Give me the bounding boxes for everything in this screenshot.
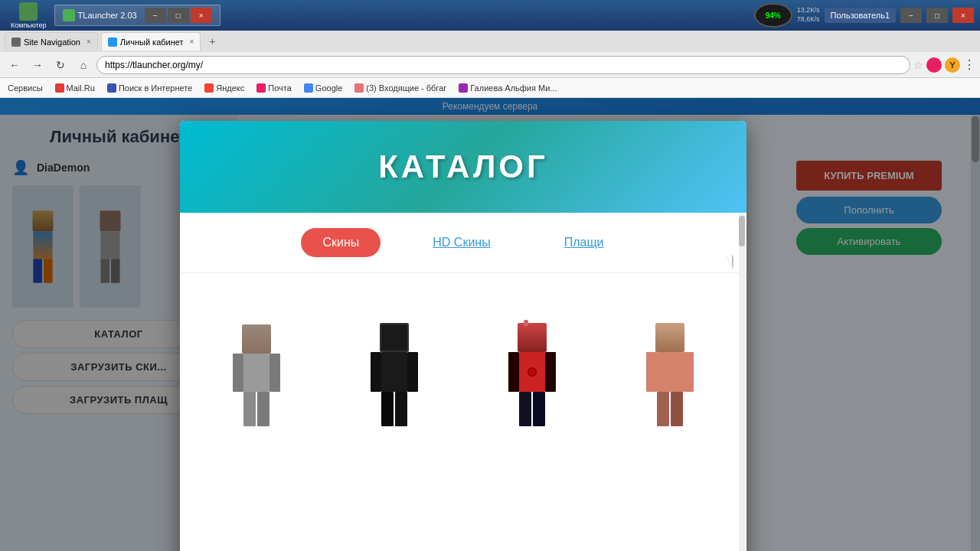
skin-card-1[interactable] — [195, 289, 318, 551]
net-down: 13,2К/s — [797, 6, 820, 15]
bookmarks-bar: Сервисы Mail.Ru Поиск в Интернете Яндекс… — [0, 78, 980, 98]
home-button[interactable]: ⌂ — [74, 55, 93, 75]
address-bar[interactable] — [96, 56, 910, 74]
fig4-arm-l — [646, 352, 657, 392]
skin-card-2[interactable] — [333, 289, 456, 551]
fig4-leg-r — [671, 392, 683, 426]
tab-hd-skins[interactable]: HD Скины — [411, 228, 511, 257]
bookmark-services[interactable]: Сервисы — [5, 82, 46, 94]
bookmark-google[interactable]: Google — [301, 82, 345, 94]
fig2-leg-r — [395, 392, 407, 426]
mail-icon — [256, 83, 266, 93]
tab-close-2[interactable]: × — [190, 37, 194, 46]
tab-close-1[interactable]: × — [87, 37, 91, 46]
fig1-arm-r — [270, 354, 280, 392]
catalog-tabs: Скины HD Скины Плащи — [180, 213, 746, 273]
bookmark-label-inbox: (3) Входящие - ббгаг — [366, 83, 446, 93]
fig2-body — [381, 352, 407, 392]
maximize-button[interactable]: □ — [168, 8, 189, 23]
mc-fig-2 — [371, 323, 418, 426]
desktop-icon[interactable]: Компьютер — [6, 1, 51, 31]
fig3-hair — [524, 320, 528, 326]
catalog-header: КАТАЛОГ — [180, 121, 746, 213]
taskbar-left: Компьютер TLauncher 2.03 − □ × — [0, 1, 227, 31]
bookmark-label-mailru: Mail.Ru — [67, 83, 95, 93]
net-up: 78,6К/s — [797, 15, 820, 24]
skin-img-4 — [620, 289, 720, 426]
taskbar: Компьютер TLauncher 2.03 − □ × 94% 13,2К… — [0, 0, 980, 31]
bookmark-label-mail: Почта — [268, 83, 292, 93]
fig3-legs — [519, 392, 545, 426]
fig3-arm-r — [545, 352, 556, 392]
browser-icon-2[interactable]: Y — [945, 57, 960, 73]
fig1-body — [243, 354, 270, 392]
skin-img-1 — [207, 289, 306, 426]
tab-personal-cabinet[interactable]: Личный кабинет × — [101, 32, 201, 51]
bookmark-inbox[interactable]: (3) Входящие - ббгаг — [351, 82, 449, 94]
tlauncher-taskbar-btn[interactable]: TLauncher 2.03 − □ × — [54, 5, 220, 26]
fig1-head — [242, 324, 271, 354]
computer-icon — [19, 2, 38, 21]
taskbar-maximize[interactable]: □ — [926, 8, 948, 23]
fig4-head — [655, 323, 684, 352]
modal-scrollbar[interactable] — [739, 213, 745, 551]
fig1-arm-l — [233, 354, 243, 392]
browser-icon-1[interactable] — [926, 57, 942, 73]
new-tab-button[interactable]: + — [204, 33, 220, 50]
fig1-leg-r — [257, 392, 270, 426]
performance-badge: 94% — [754, 3, 792, 28]
mailru-icon — [55, 83, 64, 93]
browser-menu[interactable]: ⋮ — [963, 57, 975, 72]
bookmark-star[interactable]: ☆ — [913, 59, 923, 71]
fig1-legs — [243, 392, 270, 426]
inbox-icon — [354, 83, 364, 93]
mc-fig-3 — [508, 323, 556, 426]
fig3-leg-l — [519, 392, 531, 426]
skin-img-2 — [345, 289, 444, 426]
fig2-head — [380, 323, 409, 352]
tab-skins[interactable]: Скины — [301, 228, 381, 257]
bookmark-mailru[interactable]: Mail.Ru — [52, 82, 98, 94]
bookmark-yandex[interactable]: Яндекс — [201, 82, 247, 94]
fig2-leg-l — [381, 392, 394, 426]
catalog-body — [180, 273, 746, 551]
bookmark-mail[interactable]: Почта — [253, 82, 295, 94]
fig4-arm-r — [683, 352, 694, 392]
bookmark-label-google: Google — [315, 83, 342, 93]
fig4-legs — [657, 392, 683, 426]
modal-scrollbar-thumb[interactable] — [739, 216, 745, 246]
tlauncher-label: TLauncher 2.03 — [78, 11, 137, 20]
desktop-label: Компьютер — [11, 21, 47, 29]
tab-cloaks[interactable]: Плащи — [543, 228, 626, 257]
skin-card-3[interactable] — [471, 289, 593, 551]
mc-fig-1 — [233, 324, 280, 426]
tab-icon-2 — [108, 37, 117, 47]
fig3-arm-l — [508, 352, 519, 392]
user-label[interactable]: Пользователь1 — [825, 8, 897, 23]
tlauncher-icon — [63, 9, 75, 21]
back-button[interactable]: ← — [5, 55, 24, 75]
tab-site-navigation[interactable]: Site Navigation × — [5, 32, 98, 51]
refresh-button[interactable]: ↻ — [51, 55, 70, 75]
fig3-head — [518, 323, 547, 352]
tab-bar: Site Navigation × Личный кабинет × + — [0, 31, 980, 52]
taskbar-close[interactable]: × — [952, 8, 974, 23]
bookmark-galieva[interactable]: Галиева Альфия Ми... — [456, 82, 560, 94]
skin-card-4[interactable] — [609, 289, 731, 551]
bookmark-label-yandex: Яндекс — [216, 83, 244, 93]
forward-button[interactable]: → — [28, 55, 47, 75]
fig4-leg-l — [657, 392, 669, 426]
bookmark-label-galieva: Галиева Альфия Ми... — [470, 83, 557, 93]
bookmark-label-search: Поиск в Интернете — [119, 83, 192, 93]
search-icon — [107, 83, 116, 93]
taskbar-minimize[interactable]: − — [900, 8, 922, 23]
mc-fig-4 — [646, 323, 694, 426]
tab-icon-1 — [11, 37, 21, 47]
close-button[interactable]: × — [191, 8, 212, 23]
fig3-leg-r — [533, 392, 545, 426]
bookmark-search[interactable]: Поиск в Интернете — [104, 82, 195, 94]
fig3-body — [519, 352, 545, 392]
catalog-modal: КАТАЛОГ Скины HD Скины Плащи — [180, 121, 746, 551]
fig2-legs — [381, 392, 407, 426]
minimize-button[interactable]: − — [145, 8, 166, 23]
